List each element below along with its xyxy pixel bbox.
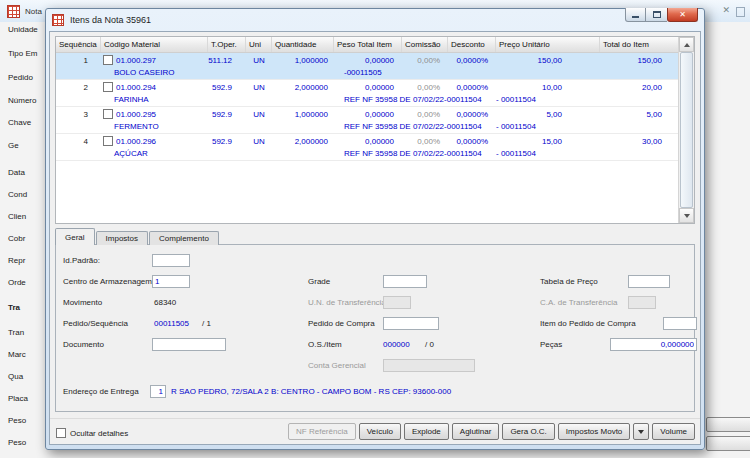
grid-row[interactable]: 2 01.000.294 592.9 UN 2,000000 0,00000 0…	[56, 80, 678, 107]
row-checkbox[interactable]	[103, 55, 113, 65]
endereco-entrega-num-input[interactable]	[150, 385, 166, 398]
endereco-entrega-label: Endereço de Entrega	[63, 387, 139, 396]
documento-input[interactable]	[152, 338, 226, 351]
documento-label: Documento	[63, 340, 104, 349]
app-icon	[7, 5, 20, 18]
ref-pedido: - 00011504	[496, 95, 600, 104]
scroll-up-icon[interactable]	[679, 37, 694, 52]
grid-scrollbar[interactable]	[678, 37, 694, 223]
tab-impostos[interactable]: Impostos	[96, 231, 148, 245]
bg-label-peso1: Peso	[8, 416, 26, 425]
footer-buttons: NF Referência Veículo Explode Aglutinar …	[288, 423, 695, 440]
id-padrao-label: Id.Padrão:	[63, 256, 100, 265]
material-name: FERMENTO	[56, 122, 208, 131]
footer-divider	[50, 418, 700, 419]
col-peso-total[interactable]: Peso Total Item	[334, 37, 402, 52]
items-grid: Sequência Código Material T.Oper. Uni Qu…	[55, 36, 695, 224]
grade-input[interactable]	[383, 275, 427, 288]
grade-label: Grade	[308, 277, 330, 286]
background-button-fragment[interactable]	[706, 436, 750, 451]
id-padrao-input[interactable]	[152, 254, 190, 267]
centro-armazenagem-input[interactable]	[152, 275, 190, 288]
tab-complemento[interactable]: Complemento	[149, 231, 219, 245]
ref-pedido: - 00011504	[496, 122, 600, 131]
maximize-icon	[653, 11, 661, 18]
bg-label-transportadora: Tran	[8, 328, 24, 337]
row-checkbox[interactable]	[103, 109, 113, 119]
ocultar-detalhes-checkbox[interactable]: Ocultar detalhes	[56, 428, 128, 438]
tabela-preco-input[interactable]	[628, 275, 670, 288]
scrollbar-thumb[interactable]	[680, 52, 693, 208]
grid-row[interactable]: 3 01.000.295 592.9 UN 1,000000 0,00000 0…	[56, 107, 678, 134]
background-window-title: Nota	[25, 7, 42, 16]
conta-gerencial-label: Conta Gerencial	[308, 361, 366, 370]
grid-header: Sequência Código Material T.Oper. Uni Qu…	[56, 37, 678, 53]
col-desconto[interactable]: Desconto	[448, 37, 496, 52]
movimento-value: 68340	[154, 298, 176, 307]
nf-referencia-button: NF Referência	[288, 423, 356, 440]
ref-nf: REF NF 35958 DE 07/02/22-00011504	[334, 122, 496, 131]
maximize-button[interactable]	[646, 8, 667, 22]
os-item-label: O.S./Item	[308, 340, 342, 349]
bg-label-marca: Marc	[8, 350, 26, 359]
impostos-movto-button[interactable]: Impostos Movto	[558, 423, 630, 440]
close-button[interactable]: ✕	[667, 8, 698, 22]
minimize-button[interactable]	[625, 8, 646, 22]
col-uni[interactable]: Uni	[246, 37, 272, 52]
ocultar-detalhes-label: Ocultar detalhes	[70, 429, 128, 438]
itens-da-nota-dialog: Itens da Nota 35961 ✕ Sequência Código M…	[45, 8, 705, 450]
tab-geral[interactable]: Geral	[55, 228, 95, 245]
impostos-movto-dropdown-icon[interactable]	[633, 423, 649, 440]
movimento-label: Movimento	[63, 298, 102, 307]
grid-row[interactable]: 4 01.000.296 592.9 UN 2,000000 0,00000 0…	[56, 134, 678, 161]
bg-label-chave: Chave	[8, 118, 31, 127]
bg-label-cobranca: Cobr	[8, 234, 25, 243]
item-pedido-compra-label: Item do Pedido de Compra	[540, 319, 636, 328]
ref-nf: REF NF 35958 DE 07/02/22-00011504	[334, 95, 496, 104]
close-icon: ✕	[679, 10, 686, 19]
pedido-sequencia-label: Pedido/Sequência	[63, 319, 128, 328]
dialog-titlebar[interactable]: Itens da Nota 35961 ✕	[49, 9, 701, 31]
pedido-compra-input[interactable]	[383, 317, 439, 330]
background-button-fragment[interactable]	[706, 417, 750, 432]
background-window-control-fragment[interactable]	[736, 7, 745, 17]
veiculo-button[interactable]: Veículo	[359, 423, 401, 440]
pecas-input[interactable]	[610, 338, 697, 351]
volume-button[interactable]: Volume	[652, 423, 695, 440]
material-name: FARINHA	[56, 95, 208, 104]
dialog-title: Itens da Nota 35961	[70, 15, 151, 25]
bg-label-placa: Placa	[8, 394, 28, 403]
bg-label-ordem: Orde	[8, 278, 26, 287]
grid-row[interactable]: 1 01.000.297 511.12 UN 1,000000 0,00000 …	[56, 53, 678, 80]
row-checkbox[interactable]	[103, 136, 113, 146]
centro-armazenagem-label: Centro de Armazenagem	[63, 277, 152, 286]
tabela-preco-label: Tabela de Preço	[540, 277, 598, 286]
bg-label-representante: Repr	[8, 256, 25, 265]
bg-label-numero: Número	[8, 96, 36, 105]
aglutinar-button[interactable]: Aglutinar	[452, 423, 500, 440]
checkbox-icon[interactable]	[56, 428, 66, 438]
gera-oc-button[interactable]: Gera O.C.	[502, 423, 554, 440]
col-quantidade[interactable]: Quantidade	[272, 37, 334, 52]
pedido-value: 00011505	[154, 319, 189, 328]
item-pedido-compra-input[interactable]	[663, 317, 697, 330]
minimize-icon	[632, 13, 639, 18]
col-preco-unitario[interactable]: Preço Unitário	[496, 37, 600, 52]
bg-tab-geral-fragment[interactable]: Ge	[8, 141, 19, 150]
material-name: AÇÚCAR	[56, 149, 208, 158]
col-sequencia[interactable]: Sequência	[56, 37, 101, 52]
col-comissao[interactable]: Comissão	[402, 37, 448, 52]
ref-pedido: - 00011504	[496, 149, 600, 158]
material-name: BOLO CASEIRO	[56, 68, 208, 77]
un-transferencia-label: U.N. de Transferência	[308, 298, 386, 307]
dialog-icon	[52, 14, 64, 26]
un-transferencia-input	[383, 296, 411, 309]
col-total-item[interactable]: Total do Item	[600, 37, 676, 52]
explode-button[interactable]: Explode	[404, 423, 449, 440]
col-toper[interactable]: T.Oper.	[208, 37, 246, 52]
scroll-down-icon[interactable]	[679, 208, 694, 223]
col-codigo-material[interactable]: Código Material	[101, 37, 208, 52]
row-checkbox[interactable]	[103, 82, 113, 92]
background-close-icon[interactable]: ✕	[722, 5, 730, 15]
pedido-compra-label: Pedido de Compra	[308, 319, 375, 328]
